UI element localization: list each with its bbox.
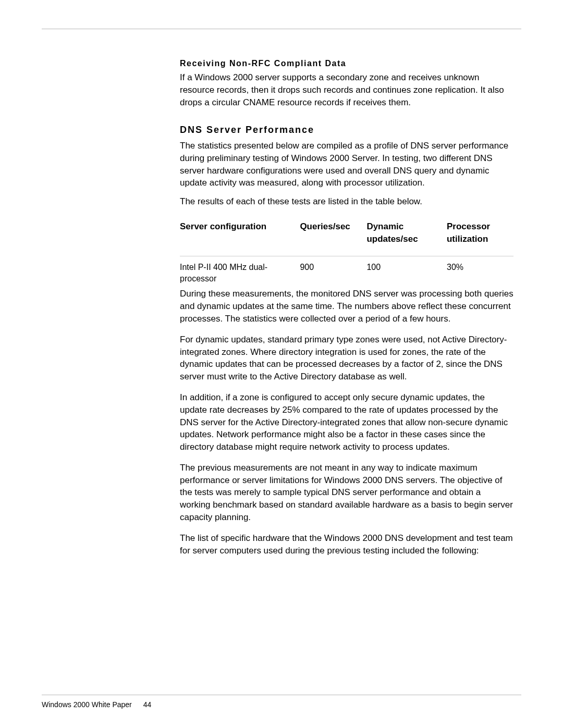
cell-server-configuration: Intel P-II 400 MHz dual-processor	[180, 256, 300, 287]
footer-page-number: 44	[143, 700, 152, 709]
performance-table: Server configuration Queries/sec Dynamic…	[180, 216, 513, 287]
page-content: Receiving Non-RFC Compliant Data If a Wi…	[180, 58, 513, 557]
table-header-dynamic-updates-per-sec: Dynamic updates/sec	[366, 216, 447, 256]
paragraph-after-table-3: In addition, if a zone is configured to …	[180, 391, 513, 453]
paragraph-perf-intro-1: The statistics presented below are compi…	[180, 140, 513, 189]
paragraph-after-table-2: For dynamic updates, standard primary ty…	[180, 334, 513, 383]
table-header-queries-per-sec: Queries/sec	[300, 216, 366, 256]
document-page: Receiving Non-RFC Compliant Data If a Wi…	[0, 0, 563, 728]
paragraph-after-table-5: The list of specific hardware that the W…	[180, 532, 513, 557]
table-row: Intel P-II 400 MHz dual-processor 900 10…	[180, 256, 513, 287]
paragraph-after-table-4: The previous measurements are not meant …	[180, 462, 513, 524]
footer-title: Windows 2000 White Paper	[42, 700, 132, 709]
cell-processor-utilization: 30%	[447, 256, 513, 287]
paragraph-nonrfc: If a Windows 2000 server supports a seco…	[180, 71, 513, 108]
footer-horizontal-rule	[42, 695, 521, 695]
footer-text: Windows 2000 White Paper 44	[42, 700, 521, 709]
paragraph-after-table-1: During these measurements, the monitored…	[180, 288, 513, 325]
top-horizontal-rule	[42, 29, 521, 29]
table-header-server-configuration: Server configuration	[180, 216, 300, 256]
section-heading-dns-performance: DNS Server Performance	[180, 124, 513, 137]
table-header-row: Server configuration Queries/sec Dynamic…	[180, 216, 513, 256]
paragraph-perf-intro-2: The results of each of these tests are l…	[180, 195, 513, 208]
page-footer: Windows 2000 White Paper 44	[42, 695, 521, 709]
table-header-processor-utilization: Processor utilization	[447, 216, 513, 256]
subheading-nonrfc: Receiving Non-RFC Compliant Data	[180, 58, 513, 69]
cell-queries-per-sec: 900	[300, 256, 366, 287]
cell-dynamic-updates-per-sec: 100	[366, 256, 447, 287]
